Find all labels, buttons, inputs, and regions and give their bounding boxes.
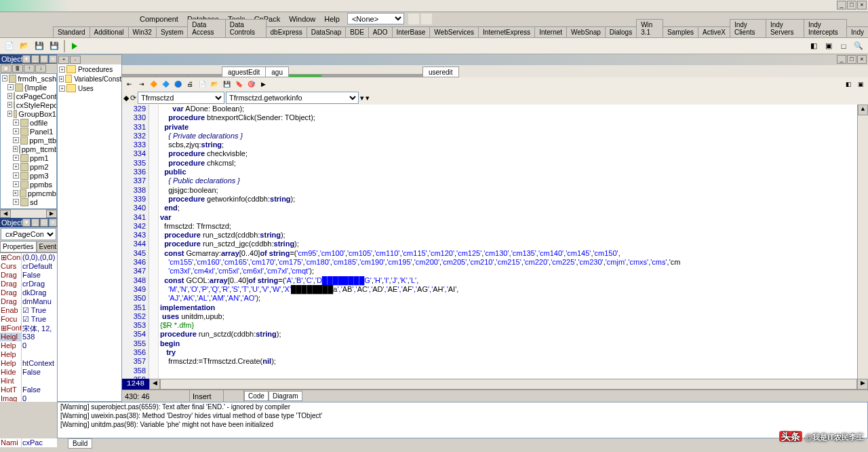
property-row[interactable]: DragFalse <box>0 271 57 280</box>
menu-help[interactable]: Help <box>320 14 344 24</box>
build-tab[interactable]: Build <box>68 438 92 449</box>
property-row[interactable]: ⊞Cons(0,0),(0,0) <box>0 253 57 262</box>
hscroll-right[interactable]: ▶ <box>857 379 868 390</box>
edi-goto-icon[interactable]: 🎯 <box>245 79 257 90</box>
palette-tab-webservices[interactable]: WebServices <box>429 26 479 37</box>
palette-tab-internetexpress[interactable]: InternetExpress <box>478 26 535 37</box>
tree-node[interactable]: +ppm_ttcmb <box>1 145 56 153</box>
tree-tool-3[interactable]: ↑ <box>24 64 35 73</box>
structure-node[interactable]: +Variables/Const <box>58 74 121 83</box>
palette-tab-activex[interactable]: ActiveX <box>698 26 730 37</box>
palette-tab-standard[interactable]: Standard <box>53 26 90 37</box>
edi-right2-icon[interactable]: ▣ <box>855 79 867 90</box>
tb-new-icon[interactable]: 📄 <box>3 39 16 53</box>
edi-bookmark-icon[interactable]: 🔖 <box>233 79 245 90</box>
palette-tab-win32[interactable]: Win32 <box>128 26 157 37</box>
structure-node[interactable]: +Uses <box>58 83 121 93</box>
vertical-scrollbar[interactable]: ▲ <box>857 105 868 379</box>
property-row[interactable]: Help <box>0 350 57 359</box>
property-row[interactable]: HelphtContext <box>0 359 57 368</box>
palette-tab-indyclients[interactable]: Indy Clients <box>730 19 766 37</box>
tree-node[interactable]: +ppm_ttb <box>1 136 56 145</box>
maximize-button[interactable]: □ <box>847 1 856 10</box>
property-row[interactable]: Help0 <box>0 341 57 350</box>
edi-fwd-icon[interactable]: ⇥ <box>136 79 147 90</box>
tree-node[interactable]: +ppm2 <box>1 162 56 171</box>
view-tab-diagram[interactable]: Diagram <box>269 391 302 401</box>
property-row[interactable]: Enab☑ True <box>0 306 57 315</box>
method-dropdown[interactable]: Tfrmsctzd.getworkinfo <box>226 92 359 104</box>
palette-tab-system[interactable]: System <box>156 26 188 37</box>
structure-panel[interactable]: + - +Procedures+Variables/Const+Uses <box>57 54 122 402</box>
structure-node[interactable]: +Procedures <box>58 64 121 74</box>
tree-scroll-right[interactable]: ▶ <box>46 210 57 218</box>
tree-scroll-left[interactable]: ◀ <box>0 210 11 218</box>
palette-tab-additional[interactable]: Additional <box>90 26 129 37</box>
property-row[interactable]: DragdmManu <box>0 297 57 306</box>
palette-tab-websnap[interactable]: WebSnap <box>566 26 606 37</box>
tree-node[interactable]: +ppm1 <box>1 153 56 162</box>
minimize-button[interactable]: _ <box>837 1 846 10</box>
property-row[interactable]: HotTFalse <box>0 385 57 394</box>
edi-nav1-icon[interactable]: 🔶 <box>148 79 159 90</box>
file-tab-agu[interactable]: agu <box>265 67 289 77</box>
edi-run-icon[interactable]: ▶ <box>258 79 269 90</box>
palette-tab-datasnap[interactable]: DataSnap <box>307 26 346 37</box>
palette-tab-internet[interactable]: Internet <box>534 26 567 37</box>
tree-btn-4[interactable]: × <box>49 55 57 63</box>
close-button[interactable]: × <box>857 1 867 10</box>
class-nav-icon[interactable]: ◆ <box>123 94 129 102</box>
config-combo[interactable]: <None> <box>347 13 404 24</box>
property-row[interactable]: ⊞Font宋体, 12, <box>0 324 57 333</box>
code-editor[interactable]: 3293303313323333343353363373383393403413… <box>122 105 868 379</box>
tb-saveall-icon[interactable]: 💾 <box>47 39 61 53</box>
tree-node[interactable]: +Panel1 <box>1 127 56 136</box>
tree-node[interactable]: +ppmcmb <box>1 189 56 197</box>
palette-tab-indyservers[interactable]: Indy Servers <box>766 19 804 37</box>
tree-btn-3[interactable]: □ <box>40 55 48 63</box>
property-row[interactable]: HideFalse <box>0 368 57 377</box>
oi-btn-2[interactable]: _ <box>31 219 39 227</box>
class-dropdown[interactable]: Tfrmsctzd <box>138 92 224 104</box>
tree-btn-2[interactable]: _ <box>31 55 39 63</box>
palette-tab-win3.1[interactable]: Win 3.1 <box>636 19 663 37</box>
oi-instance-dropdown[interactable]: cxPageControl1 <box>1 228 56 240</box>
property-row[interactable]: DragdkDrag <box>0 288 57 297</box>
ed-close-button[interactable]: × <box>857 55 867 64</box>
tool-icon-1[interactable] <box>408 13 420 25</box>
palette-tab-bde[interactable]: BDE <box>345 26 369 37</box>
compiler-message[interactable]: [Warning] superobject.pas(6559): Text af… <box>58 402 867 411</box>
property-row[interactable]: NamicxPac <box>0 438 57 447</box>
property-row[interactable]: Heigl538 <box>0 333 57 341</box>
ed-min-button[interactable]: _ <box>837 55 846 64</box>
palette-tab-dbexpress[interactable]: dbExpress <box>266 26 307 37</box>
tb-save-icon[interactable]: 💾 <box>33 39 46 53</box>
tree-node[interactable]: +cxStyleRepo <box>1 100 56 109</box>
tree-tool-4[interactable]: ↓ <box>35 64 46 73</box>
struct-collapse-icon[interactable]: - <box>70 56 81 64</box>
property-row[interactable]: Hint <box>0 377 57 385</box>
oi-btn-3[interactable]: □ <box>40 219 48 227</box>
tree-node[interactable]: +ppm3 <box>1 171 56 180</box>
property-row[interactable]: CurscrDefault <box>0 262 57 271</box>
view-tab-code[interactable]: Code <box>244 391 269 401</box>
palette-tab-indyintercepts[interactable]: Indy Intercepts <box>804 19 847 37</box>
run-button[interactable] <box>68 39 81 53</box>
class-sync-icon[interactable]: ⟳ <box>130 94 136 102</box>
tree-node[interactable]: +frmdh_scsh <box>1 74 56 83</box>
messages-panel[interactable]: [Warning] superobject.pas(6559): Text af… <box>57 402 868 438</box>
oi-tab-properties[interactable]: Properties <box>0 241 37 252</box>
tb-r3-icon[interactable]: □ <box>837 39 850 53</box>
palette-tab-ado[interactable]: ADO <box>368 26 393 37</box>
tree-node[interactable]: +odfile <box>1 118 56 127</box>
scroll-up-button[interactable]: ▲ <box>858 105 868 115</box>
compiler-message[interactable]: [Warning] unitdm.pas(98): Variable 'phe'… <box>58 420 867 429</box>
menu-component[interactable]: Component <box>136 14 182 24</box>
object-tree[interactable]: +frmdh_scsh+{Implie+cxPageContr+cxStyleR… <box>0 73 57 209</box>
ed-max-button[interactable]: □ <box>847 55 856 64</box>
oi-btn-4[interactable]: × <box>49 219 57 227</box>
menu-window[interactable]: Window <box>285 14 319 24</box>
edi-save-icon[interactable]: 💾 <box>221 79 233 90</box>
tb-r2-icon[interactable]: ▣ <box>822 39 835 53</box>
palette-tab-dialogs[interactable]: Dialogs <box>605 26 637 37</box>
